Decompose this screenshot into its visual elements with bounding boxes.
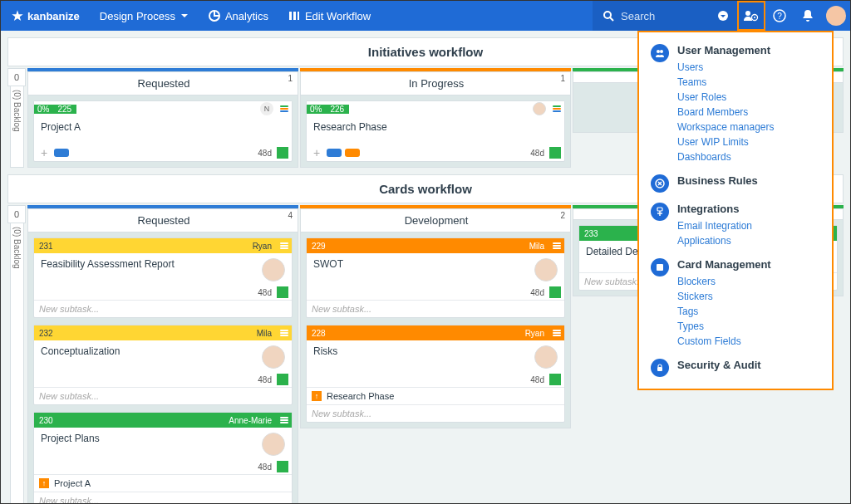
svg-line-5 [610, 17, 613, 21]
card[interactable]: 0%225NProject A+48d [33, 100, 293, 162]
column: Requested10%225NProject A+48d [27, 68, 298, 168]
admin-link[interactable]: Blockers [677, 274, 820, 289]
admin-link[interactable]: Dashboards [677, 149, 820, 164]
logo-icon [11, 9, 24, 22]
card[interactable]: 229MilaSWOT48dNew subtask... [306, 237, 565, 318]
status-square [277, 461, 288, 472]
card-menu-icon[interactable] [549, 105, 564, 112]
admin-menu-panel: User ManagementUsersTeamsUser RolesBoard… [637, 31, 834, 390]
admin-link[interactable]: Custom Fields [677, 334, 820, 349]
column-header[interactable]: Development2 [300, 208, 571, 232]
notifications-button[interactable] [794, 1, 822, 31]
admin-link[interactable]: Applications [677, 233, 820, 248]
admin-link[interactable]: Stickers [677, 289, 820, 304]
admin-link[interactable]: User WIP Limits [677, 135, 820, 149]
backlog-tab[interactable]: 0(0) Backlog [7, 205, 26, 503]
add-chip-button[interactable]: + [37, 146, 51, 159]
search-dropdown[interactable] [709, 1, 737, 31]
child-link[interactable]: ↑Project A [34, 474, 292, 492]
card-days: 48d [530, 288, 546, 297]
avatar [534, 345, 558, 369]
new-subtask-input[interactable]: New subtask... [34, 492, 292, 503]
avatar [533, 102, 546, 115]
status-square [549, 286, 561, 298]
admin-link[interactable]: Tags [677, 304, 820, 319]
column-count: 1 [288, 74, 293, 83]
card-menu-icon[interactable] [277, 242, 292, 249]
new-subtask-input[interactable]: New subtask... [34, 300, 292, 317]
logo[interactable]: kanbanize [1, 9, 90, 22]
board-dropdown[interactable]: Design Process [90, 10, 199, 22]
card-footer: 48d [307, 372, 564, 387]
search-input[interactable]: Search [593, 1, 709, 31]
column-count: 1 [560, 74, 565, 83]
new-subtask-input[interactable]: New subtask... [307, 404, 564, 422]
admin-link[interactable]: Teams [677, 75, 820, 90]
edit-workflow-icon [288, 10, 300, 22]
card-id: 226 [325, 105, 349, 114]
admin-link[interactable]: Board Members [677, 105, 820, 120]
admin-section-icon [651, 359, 669, 377]
card-menu-icon[interactable] [277, 417, 292, 423]
card-title: Risks [313, 345, 529, 357]
help-icon: ? [773, 9, 786, 22]
card-title: Feasibility Assessment Report [41, 258, 257, 270]
card-menu-icon[interactable] [549, 330, 564, 336]
assignee-letter: N [260, 102, 273, 115]
child-link[interactable]: ↑Research Phase [307, 387, 564, 404]
card[interactable]: 0%226Research Phase+48d [306, 100, 565, 162]
status-square [549, 374, 561, 385]
chip [327, 149, 342, 157]
admin-link[interactable]: Workspace managers [677, 120, 820, 135]
card-menu-icon[interactable] [549, 242, 564, 249]
card-footer: 48d [34, 285, 292, 300]
column: Development2229MilaSWOT48dNew subtask...… [300, 205, 571, 503]
help-button[interactable]: ? [765, 1, 794, 31]
admin-section-icon [651, 44, 669, 62]
new-subtask-input[interactable]: New subtask... [34, 387, 292, 404]
card-body: Conceptualization [34, 340, 292, 372]
svg-point-4 [604, 12, 611, 18]
backlog-tab[interactable]: 0(0) Backlog [7, 68, 26, 168]
column-header[interactable]: Requested4 [27, 208, 298, 232]
admin-section-title[interactable]: Integrations [677, 203, 820, 218]
column-header[interactable]: In Progress1 [300, 71, 571, 95]
card[interactable]: 231RyanFeasibility Assessment Report48dN… [33, 237, 293, 318]
admin-link[interactable]: Types [677, 319, 820, 334]
card-topbar: 229Mila [307, 238, 564, 253]
card-assignee: Anne-Marie [224, 416, 277, 425]
admin-link[interactable]: User Roles [677, 90, 820, 105]
admin-link[interactable]: Email Integration [677, 218, 820, 233]
profile-button[interactable] [822, 1, 850, 31]
admin-section-title[interactable]: Security & Audit [677, 359, 820, 374]
card[interactable]: 228RyanRisks48d↑Research PhaseNew subtas… [306, 325, 565, 423]
admin-section-title[interactable]: User Management [677, 44, 820, 60]
admin-link[interactable]: Users [677, 60, 820, 75]
card[interactable]: 230Anne-MarieProject Plans48d↑Project AN… [33, 412, 293, 503]
avatar [262, 258, 285, 281]
child-arrow-icon: ↑ [312, 391, 322, 401]
add-chip-button[interactable]: + [310, 146, 323, 159]
analytics-link[interactable]: Analytics [199, 10, 278, 22]
user-gear-icon [744, 10, 759, 22]
svg-point-9 [754, 17, 755, 18]
admin-section: Card ManagementBlockersStickersTagsTypes… [639, 253, 832, 354]
avatar [534, 258, 558, 281]
card-menu-icon[interactable] [277, 105, 292, 112]
status-square [549, 147, 561, 159]
column-count: 4 [288, 211, 293, 220]
edit-workflow-link[interactable]: Edit Workflow [278, 10, 381, 22]
admin-settings-button[interactable] [737, 1, 765, 31]
card-menu-icon[interactable] [277, 330, 292, 336]
child-title: Research Phase [327, 391, 394, 401]
card-body: SWOT [307, 253, 564, 285]
card[interactable]: 232MilaConceptualization48dNew subtask..… [33, 325, 293, 405]
column-header[interactable]: Requested1 [27, 71, 298, 95]
backlog-label: (0) Backlog [10, 223, 24, 503]
card-days: 48d [258, 462, 273, 472]
admin-section-title[interactable]: Business Rules [677, 174, 820, 190]
admin-section-title[interactable]: Card Management [677, 258, 820, 274]
column-title: In Progress [409, 77, 464, 90]
new-subtask-input[interactable]: New subtask... [307, 300, 564, 317]
admin-section: Security & Audit [639, 354, 832, 382]
